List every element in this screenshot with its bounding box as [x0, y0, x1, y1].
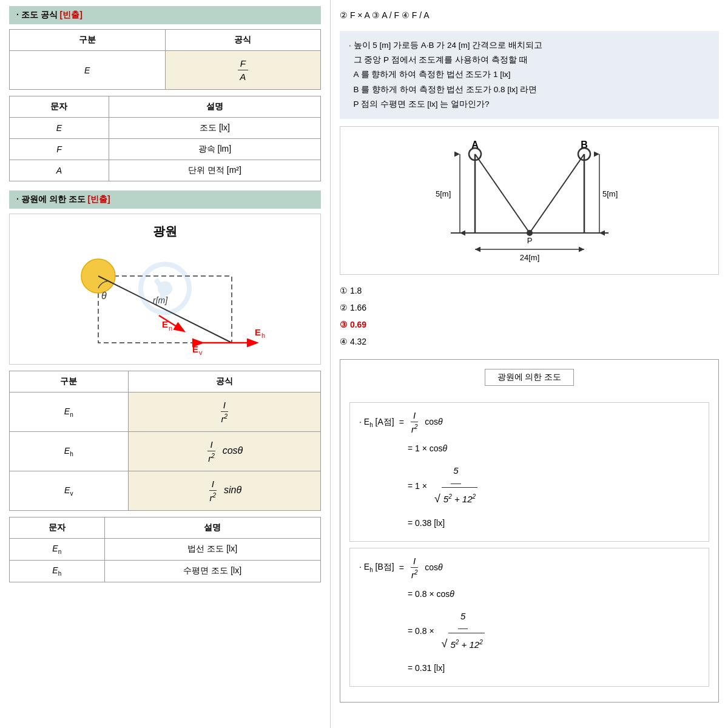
- solution-B-section: · Eh [B점] = I r2 cosθ = 0.8 × cosθ = 0.8…: [349, 548, 709, 687]
- cell-En-desc: 법선 조도 [lx]: [104, 539, 320, 561]
- section2-header: · 광원에 의한 조도 [빈출]: [9, 190, 321, 209]
- cell-Eh-desc: 수평면 조도 [lx]: [104, 560, 320, 582]
- table-row: Eh 수평면 조도 [lx]: [10, 560, 321, 582]
- cell-En-char: En: [10, 539, 105, 561]
- fraction-Eh-num: I: [207, 439, 215, 451]
- col-header-formula: 공식: [165, 30, 321, 51]
- desc-table-1: 문자 설명 E 조도 [lx] F 광속 [lm] A 단위 면적 [m²]: [9, 96, 321, 181]
- fraction-Eh: I r2: [206, 439, 217, 463]
- fraction-Ev-num: I: [209, 479, 217, 491]
- svg-text:E: E: [255, 327, 261, 337]
- question-diagram: A B 5[m] 5[m] P: [340, 126, 719, 275]
- cell-char-E: E: [10, 118, 109, 139]
- cell-label-E: E: [10, 51, 166, 90]
- table-row: E F A: [10, 51, 321, 90]
- question-text: · 높이 5 [m] 가로등 A·B 가 24 [m] 간격으로 배치되고 그 …: [349, 38, 710, 112]
- section1-badge: [빈출]: [60, 10, 83, 19]
- fraction-I-den: r2: [218, 412, 230, 424]
- fraction-I-r2: I r2: [218, 400, 230, 424]
- option-2-ans: ② 1.66: [340, 299, 719, 316]
- svg-text:E: E: [192, 344, 198, 354]
- solution-A-section: · Eh [A점] = I r2 cosθ = 1 × cosθ = 1 ×: [349, 402, 709, 542]
- cell-En-label: En: [10, 393, 129, 432]
- svg-line-4: [98, 276, 232, 343]
- section2-badge: [빈출]: [87, 194, 110, 204]
- eq-line-1: = 1 × cosθ: [408, 438, 699, 459]
- col-header-char: 문자: [10, 96, 109, 118]
- right-panel: ② F × A ③ A / F ④ F / A · 높이 5 [m] 가로등 A…: [331, 0, 728, 728]
- cell-Eh-formula: I r2 cosθ: [128, 432, 320, 471]
- svg-text:h: h: [261, 332, 265, 339]
- option-3-correct: ③ 0.69: [340, 316, 719, 333]
- col-header-category2: 구분: [10, 371, 129, 393]
- cell-Ev-label: Ev: [10, 471, 129, 511]
- svg-text:v: v: [199, 349, 203, 355]
- col-header-desc: 설명: [109, 96, 320, 118]
- ab-diagram-svg: A B 5[m] 5[m] P: [402, 133, 657, 266]
- svg-text:E: E: [162, 319, 168, 329]
- option-4-ans: ④ 4.32: [340, 333, 719, 350]
- option-2: ② F × A: [340, 10, 369, 20]
- cell-desc-E: 조도 [lx]: [109, 118, 320, 139]
- question-box: · 높이 5 [m] 가로등 A·B 가 24 [m] 간격으로 배치되고 그 …: [340, 31, 719, 119]
- table-row: A 단위 면적 [m²]: [10, 160, 321, 181]
- eq-b-line-3: = 0.31 [lx]: [408, 658, 699, 679]
- fraction-Eh-den: r2: [206, 451, 217, 463]
- fraction-numerator: F: [238, 58, 248, 70]
- svg-line-30: [530, 154, 584, 233]
- col-header-formula2: 공식: [128, 371, 320, 393]
- prev-question-answers: ② F × A ③ A / F ④ F / A: [340, 6, 719, 25]
- svg-text:24[m]: 24[m]: [519, 253, 539, 262]
- svg-text:n: n: [169, 325, 172, 332]
- light-source-diagram: 광원 θ r[m]: [9, 214, 321, 365]
- eq-line-3: = 0.38 [lx]: [408, 513, 699, 534]
- eq-b-line-2: = 0.8 × 5 √ 52 + 122: [408, 605, 699, 658]
- eh-b-label: · Eh [B점]: [359, 562, 394, 573]
- svg-text:θ: θ: [101, 291, 107, 301]
- svg-line-29: [475, 154, 530, 233]
- formula-table-1: 구분 공식 E F A: [9, 29, 321, 90]
- col-char2: 문자: [10, 517, 105, 539]
- eq-line-2: = 1 × 5 √ 52 + 122: [408, 459, 699, 513]
- col-header-category: 구분: [10, 30, 166, 51]
- fraction-Ev: I r2: [207, 479, 218, 503]
- cell-Eh-label: Eh: [10, 432, 129, 471]
- table-row: En 법선 조도 [lx]: [10, 539, 321, 561]
- left-panel: · 조도 공식 [빈출] 구분 공식 E F A: [0, 0, 331, 728]
- section-light-source-illuminance: · 광원에 의한 조도 [빈출] 광원: [9, 190, 321, 582]
- eq-sign: =: [399, 417, 404, 427]
- eq-sign-b: =: [399, 563, 404, 573]
- section1-header: · 조도 공식 [빈출]: [9, 6, 321, 24]
- cell-char-F: F: [10, 139, 109, 160]
- fraction-denominator: A: [237, 70, 248, 82]
- table-row: Ev I r2 sinθ: [10, 471, 321, 511]
- svg-text:r[m]: r[m]: [153, 295, 168, 305]
- guangyuan-svg: θ r[m] E n E h E v: [50, 246, 280, 355]
- table-row: F 광속 [lm]: [10, 139, 321, 160]
- table-row: En I r2: [10, 393, 321, 432]
- svg-text:5[m]: 5[m]: [436, 189, 451, 198]
- desc-table-2: 문자 설명 En 법선 조도 [lx] Eh 수평면 조도 [lx]: [9, 517, 321, 582]
- cell-desc-F: 광속 [lm]: [109, 139, 320, 160]
- option-4-correct: ④ F / A: [402, 10, 430, 20]
- cell-desc-A: 단위 면적 [m²]: [109, 160, 320, 181]
- answer-options: ① 1.8 ② 1.66 ③ 0.69 ④ 4.32: [340, 282, 719, 350]
- svg-text:5[m]: 5[m]: [602, 189, 618, 198]
- col-desc2: 설명: [104, 517, 320, 539]
- section-illuminance-formula: · 조도 공식 [빈출] 구분 공식 E F A: [9, 6, 321, 181]
- svg-text:P: P: [527, 236, 532, 245]
- cell-char-A: A: [10, 160, 109, 181]
- eq-b-line-1: = 0.8 × cosθ: [408, 584, 699, 605]
- eh-b-formula: I r2 cosθ: [409, 556, 443, 580]
- table-row: Eh I r2 cosθ: [10, 432, 321, 471]
- option-3: ③ A / F: [372, 10, 399, 20]
- option-1: ① 1.8: [340, 282, 719, 299]
- diagram-title: 광원: [19, 223, 311, 240]
- cell-Eh-char: Eh: [10, 560, 105, 582]
- eh-a-formula: I r2 cosθ: [409, 410, 443, 434]
- fraction-F-over-A: F A: [237, 58, 248, 82]
- fraction-I-num: I: [221, 400, 228, 412]
- solution-box: 광원에 의한 조도 · Eh [A점] = I r2 cosθ = 1 × co…: [340, 359, 719, 703]
- formula-table-2: 구분 공식 En I r2 Eh: [9, 371, 321, 511]
- eh-a-label: · Eh [A점]: [359, 417, 394, 428]
